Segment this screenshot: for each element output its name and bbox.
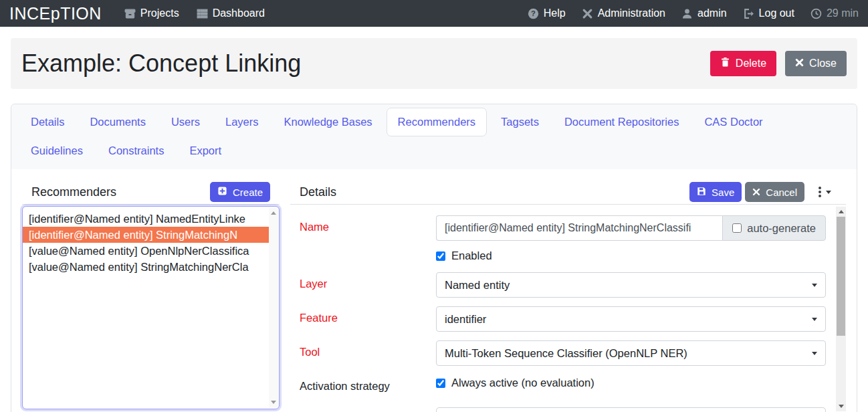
project-header: Example: Concept Linking Delete Close xyxy=(11,38,857,89)
tab-tagsets[interactable]: Tagsets xyxy=(490,108,550,136)
top-navbar: INCEpTION Projects Dashboard ? Help Adm xyxy=(0,0,868,27)
details-panel: Details Save Cancel xyxy=(290,180,846,412)
app-brand[interactable]: INCEpTION xyxy=(9,4,102,23)
kebab-icon xyxy=(819,187,821,189)
svg-text:?: ? xyxy=(531,9,536,17)
select-caret-icon xyxy=(812,318,817,321)
activation-strategy-label: Activation strategy xyxy=(300,375,436,393)
nav-help[interactable]: ? Help xyxy=(528,7,566,19)
layer-select-value: Named entity xyxy=(445,279,510,292)
nav-help-label: Help xyxy=(544,7,566,19)
nav-dashboard-label: Dashboard xyxy=(213,7,265,19)
details-panel-title: Details xyxy=(300,185,336,199)
tab-cas-doctor[interactable]: CAS Doctor xyxy=(693,108,774,136)
feature-select[interactable]: identifier xyxy=(436,306,826,332)
enabled-checkbox[interactable] xyxy=(436,251,445,261)
recommenders-head-divider xyxy=(22,204,280,205)
auto-generate-checkbox[interactable] xyxy=(732,223,742,233)
scroll-up-icon[interactable] xyxy=(271,211,276,215)
name-label: Name xyxy=(300,215,436,233)
nav-projects[interactable]: Projects xyxy=(124,7,179,19)
page-title: Example: Concept Linking xyxy=(21,49,301,78)
tool-select-value: Multi-Token Sequence Classifier (OpenNLP… xyxy=(445,347,687,360)
feature-label: Feature xyxy=(300,306,436,324)
layer-label: Layer xyxy=(300,272,436,290)
tab-document-repositories[interactable]: Document Repositories xyxy=(553,108,691,136)
nav-administration-label: Administration xyxy=(598,7,665,19)
nav-administration[interactable]: Administration xyxy=(582,7,665,19)
session-timer-label: 29 min xyxy=(827,7,859,19)
tab-constraints[interactable]: Constraints xyxy=(97,136,175,165)
always-active-checkbox[interactable] xyxy=(436,379,445,388)
create-button[interactable]: Create xyxy=(210,182,270,202)
nav-dashboard[interactable]: Dashboard xyxy=(197,7,265,19)
clock-icon xyxy=(810,8,822,19)
always-active-label: Always active (no evaluation) xyxy=(451,377,594,389)
help-icon: ? xyxy=(528,8,539,19)
tab-strip: Details Documents Users Layers Knowledge… xyxy=(11,104,857,169)
layer-select[interactable]: Named entity xyxy=(436,272,826,298)
next-field-select-partial[interactable] xyxy=(436,407,826,412)
cancel-button[interactable]: Cancel xyxy=(745,182,804,202)
enabled-spacer xyxy=(300,249,436,255)
tab-knowledge-bases[interactable]: Knowledge Bases xyxy=(273,108,384,136)
save-icon xyxy=(697,187,706,198)
trash-icon xyxy=(720,57,730,70)
delete-button-label: Delete xyxy=(736,58,766,70)
select-caret-icon xyxy=(812,352,817,355)
close-icon xyxy=(795,58,804,70)
tab-export[interactable]: Export xyxy=(178,136,233,165)
recommenders-panel-title: Recommenders xyxy=(31,185,116,199)
feature-select-value: identifier xyxy=(445,313,486,326)
recommender-list-item-selected[interactable]: [identifier@Named entity] StringMatching… xyxy=(23,227,269,243)
user-icon xyxy=(681,8,693,19)
archive-icon xyxy=(124,8,136,19)
enabled-label: Enabled xyxy=(451,249,492,262)
tab-guidelines[interactable]: Guidelines xyxy=(19,136,94,165)
tab-documents[interactable]: Documents xyxy=(78,108,156,136)
save-button[interactable]: Save xyxy=(689,182,742,202)
delete-button[interactable]: Delete xyxy=(710,51,776,76)
always-active-row[interactable]: Always active (no evaluation) xyxy=(436,375,826,389)
nav-logout-label: Log out xyxy=(759,7,794,19)
name-input[interactable] xyxy=(436,215,722,241)
close-button[interactable]: Close xyxy=(785,51,847,76)
details-scrollbar[interactable] xyxy=(836,207,846,411)
nav-user[interactable]: admin xyxy=(681,7,727,19)
enabled-row[interactable]: Enabled xyxy=(436,249,826,262)
nav-logout[interactable]: Log out xyxy=(743,7,794,19)
cancel-button-label: Cancel xyxy=(766,187,797,198)
scroll-down-icon[interactable] xyxy=(271,401,276,404)
recommenders-panel: Recommenders Create [identifier@Named en… xyxy=(22,180,280,412)
cancel-x-icon xyxy=(752,187,760,198)
nav-projects-label: Projects xyxy=(140,7,179,19)
recommender-list-item[interactable]: [identifier@Named entity] NamedEntityLin… xyxy=(23,211,269,227)
tool-select[interactable]: Multi-Token Sequence Classifier (OpenNLP… xyxy=(436,340,826,366)
details-form: Name auto-generate xyxy=(290,205,846,412)
listbox-scrollbar[interactable] xyxy=(269,207,278,408)
list-icon xyxy=(197,8,208,19)
session-timer: 29 min xyxy=(810,7,859,19)
auto-generate-addon[interactable]: auto-generate xyxy=(722,215,826,241)
tab-details[interactable]: Details xyxy=(19,108,76,136)
tab-recommenders[interactable]: Recommenders xyxy=(387,108,487,136)
scrollbar-thumb[interactable] xyxy=(837,217,845,336)
recommender-list-item[interactable]: [value@Named entity] StringMatchingNerCl… xyxy=(23,259,269,275)
logout-icon xyxy=(743,8,754,19)
save-button-label: Save xyxy=(712,187,734,198)
tab-users[interactable]: Users xyxy=(160,108,211,136)
project-settings-card: Details Documents Users Layers Knowledge… xyxy=(11,104,857,412)
scroll-up-icon[interactable] xyxy=(839,210,844,213)
tool-label: Tool xyxy=(300,340,436,358)
tab-layers[interactable]: Layers xyxy=(214,108,270,136)
chevron-down-icon xyxy=(826,191,831,194)
plus-square-icon xyxy=(217,186,227,198)
nav-user-label: admin xyxy=(697,7,727,19)
recommender-list-item[interactable]: [value@Named entity] OpenNlpNerClassific… xyxy=(23,243,269,259)
more-actions-dropdown[interactable] xyxy=(813,188,837,197)
tools-icon xyxy=(582,8,593,19)
scroll-down-icon[interactable] xyxy=(839,405,844,408)
recommender-listbox[interactable]: [identifier@Named entity] NamedEntityLin… xyxy=(22,206,280,409)
select-caret-icon xyxy=(812,284,817,287)
create-button-label: Create xyxy=(233,187,263,198)
